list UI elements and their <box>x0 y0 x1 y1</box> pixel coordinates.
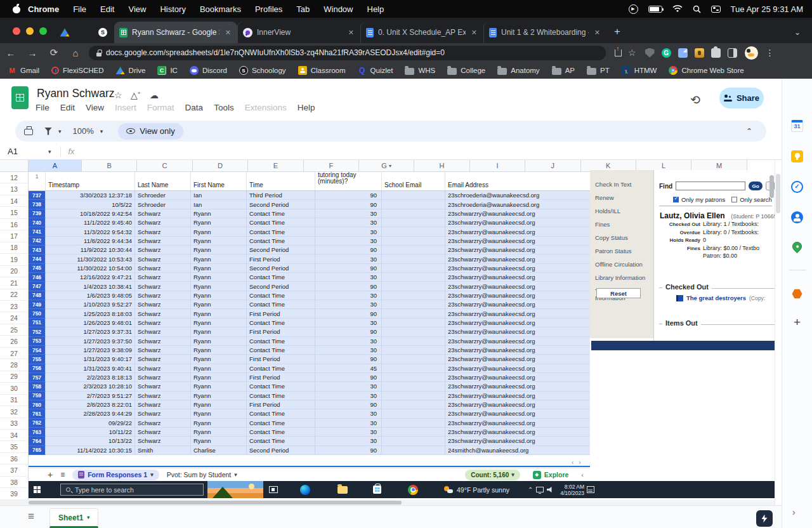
share-button[interactable]: Share <box>719 88 764 109</box>
row-header-24[interactable]: 24 <box>0 312 29 324</box>
embedded-screenshot-destiny[interactable]: Check In TextRenewHolds/ILLFinesCopy Sta… <box>590 170 775 481</box>
row-header-19[interactable]: 19 <box>0 254 29 265</box>
home-icon[interactable]: ⌂ <box>65 48 86 58</box>
sheets-menu-file[interactable]: File <box>36 103 49 112</box>
column-header-C[interactable]: C <box>137 160 192 172</box>
row-header-20[interactable]: 20 <box>0 266 29 277</box>
column-header-D[interactable]: D <box>193 160 248 172</box>
bookmark-flexisched[interactable]: FlexiSCHED <box>51 67 104 74</box>
address-bar[interactable]: docs.google.com/spreadsheets/d/1le7nQNWI… <box>89 46 606 60</box>
addon-icon[interactable] <box>792 289 802 299</box>
tab-close-icon[interactable]: ✕ <box>224 27 232 38</box>
battery-icon[interactable] <box>648 6 662 13</box>
bookmark-htmw[interactable]: HTMW <box>622 66 657 75</box>
wifi-icon[interactable] <box>672 5 683 13</box>
filter-dropdown-caret[interactable]: ▾ <box>58 128 62 135</box>
bookmark-ic[interactable]: CIC <box>157 66 178 75</box>
keep-icon[interactable] <box>791 150 803 162</box>
tasks-icon[interactable]: ✓ <box>791 181 803 193</box>
column-header-H[interactable]: H <box>414 160 469 172</box>
gold-extension-icon[interactable] <box>695 48 704 58</box>
screen-mirroring-icon[interactable]: ▶ <box>629 4 638 14</box>
row-header-27[interactable]: 27 <box>0 348 29 359</box>
row-header-12[interactable]: 12 <box>0 172 29 183</box>
sheets-menu-view[interactable]: View <box>86 103 104 112</box>
sheets-menu-tools[interactable]: Tools <box>214 103 234 112</box>
browser-tab[interactable]: Ryann Schwarz - Google Sheet✕ <box>114 22 237 43</box>
maps-icon[interactable] <box>790 240 804 253</box>
pinned-tab-schoology[interactable]: S <box>98 27 108 37</box>
macos-menu-view[interactable]: View <box>128 4 146 14</box>
view-only-chip[interactable]: View only <box>118 123 183 140</box>
column-header-J[interactable]: J <box>525 160 580 172</box>
apple-icon[interactable] <box>13 4 20 13</box>
capture-extension-button[interactable] <box>756 510 773 527</box>
new-tab-button[interactable]: + <box>614 25 620 38</box>
bookmark-anatomy[interactable]: Anatomy <box>497 67 539 75</box>
bookmark-drive[interactable]: Drive <box>116 67 146 74</box>
macos-menu-help[interactable]: Help <box>367 4 384 14</box>
row-header-25[interactable]: 25 <box>0 324 29 336</box>
get-add-ons-icon[interactable]: + <box>794 317 801 327</box>
grid-corner[interactable] <box>0 160 29 172</box>
row-header-16[interactable]: 16 <box>0 219 29 230</box>
pinned-tab-drive[interactable] <box>60 27 70 37</box>
zoom-dropdown-caret[interactable]: ▾ <box>100 128 103 135</box>
sheets-menu-help[interactable]: Help <box>298 103 315 112</box>
name-box[interactable]: A1 <box>0 147 48 156</box>
zoom-level[interactable]: 100% <box>73 126 94 136</box>
column-header-F[interactable]: F <box>304 160 359 172</box>
shield-extension-icon[interactable] <box>645 48 655 58</box>
all-sheets-icon[interactable]: ≡ <box>28 510 34 523</box>
macos-menu-tab[interactable]: Tab <box>296 4 310 14</box>
spotlight-search-icon[interactable] <box>693 5 701 13</box>
split-screen-icon[interactable] <box>728 48 737 58</box>
column-header-A[interactable]: A <box>29 160 82 172</box>
row-header-31[interactable]: 31 <box>0 395 29 406</box>
color-picker-extension-icon[interactable] <box>678 48 688 58</box>
column-header-E[interactable]: E <box>248 160 303 172</box>
macos-menu-bookmarks[interactable]: Bookmarks <box>200 4 241 14</box>
forward-icon[interactable]: → <box>22 48 43 58</box>
row-header-23[interactable]: 23 <box>0 301 29 312</box>
browser-tab[interactable]: InnerView✕ <box>237 22 360 43</box>
macos-menu-history[interactable]: History <box>160 4 185 14</box>
sheets-menu-data[interactable]: Data <box>185 103 204 112</box>
column-header-B[interactable]: B <box>82 160 137 172</box>
add-shortcut-to-drive-icon[interactable]: △+ <box>131 90 140 100</box>
chrome-menu-icon[interactable]: ⋮ <box>766 48 775 58</box>
row-header-17[interactable]: 17 <box>0 230 29 242</box>
row-header-34[interactable]: 34 <box>0 430 29 441</box>
row-header-32[interactable]: 32 <box>0 406 29 418</box>
version-history-icon[interactable]: ⟲ <box>690 93 700 107</box>
filter-icon[interactable] <box>44 128 52 135</box>
star-document-icon[interactable]: ☆ <box>114 90 122 100</box>
tab-close-icon[interactable]: ✕ <box>470 27 478 38</box>
row-header-39[interactable]: 39 <box>0 488 29 499</box>
column-filter-icon[interactable]: ▾ <box>389 163 391 169</box>
document-status-cloud-icon[interactable]: ☁ <box>150 90 159 100</box>
active-app-name[interactable]: Chrome <box>28 4 59 14</box>
pinned-tab-gmail[interactable] <box>79 27 89 37</box>
contacts-icon[interactable] <box>791 211 803 223</box>
row-header-35[interactable]: 35 <box>0 441 29 452</box>
browser-tab[interactable]: 0. Unit X Schedule_AP Exam R✕ <box>360 22 483 43</box>
row-header-21[interactable]: 21 <box>0 277 29 289</box>
reload-icon[interactable]: ⟳ <box>43 47 65 58</box>
row-header-22[interactable]: 22 <box>0 289 29 301</box>
back-icon[interactable]: ← <box>0 48 22 58</box>
sheets-logo-icon[interactable] <box>11 86 29 109</box>
tab-close-icon[interactable]: ✕ <box>347 27 355 38</box>
row-header-18[interactable]: 18 <box>0 242 29 254</box>
bookmark-star-icon[interactable]: ☆ <box>628 48 636 58</box>
show-side-panel-chevron[interactable]: › <box>792 507 796 517</box>
tab-search-chevron-icon[interactable]: ⌄ <box>794 28 801 37</box>
horizontal-scrollbar-thumb[interactable] <box>29 501 402 505</box>
print-icon[interactable] <box>24 129 33 135</box>
row-header-30[interactable]: 30 <box>0 383 29 394</box>
row-header-13[interactable]: 13 <box>0 183 29 195</box>
row-header-29[interactable]: 29 <box>0 371 29 383</box>
collapse-toolbar-icon[interactable]: ⌃ <box>746 127 757 136</box>
control-center-icon[interactable] <box>711 6 721 13</box>
sheets-menu-edit[interactable]: Edit <box>60 103 75 112</box>
